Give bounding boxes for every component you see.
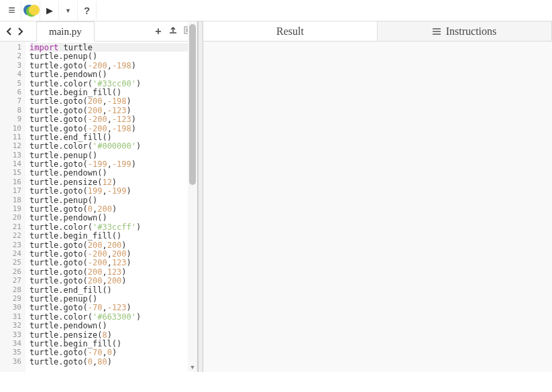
code-line[interactable]: turtle.pendown() xyxy=(30,213,197,222)
code-line[interactable]: turtle.goto(0,200) xyxy=(30,204,197,213)
tab-nav xyxy=(0,23,30,40)
chevron-down-icon: ▼ xyxy=(65,7,71,14)
code-line[interactable]: turtle.penup() xyxy=(30,196,197,204)
line-number: 31 xyxy=(3,312,21,321)
menu-icon: ≡ xyxy=(8,3,15,17)
tab-prev-button[interactable] xyxy=(4,23,15,40)
code-line[interactable]: turtle.begin_fill() xyxy=(30,231,197,240)
play-icon: ▶ xyxy=(46,5,53,15)
line-number: 9 xyxy=(3,115,21,123)
code-line[interactable]: turtle.begin_fill() xyxy=(30,339,197,348)
code-line[interactable]: turtle.goto(-200,200) xyxy=(30,249,197,258)
line-number: 23 xyxy=(3,241,21,249)
tab-result-label: Result xyxy=(276,25,304,38)
logo-icon xyxy=(23,3,38,18)
scrollbar-thumb[interactable] xyxy=(189,42,196,185)
right-pane: Result Instructions xyxy=(203,21,552,372)
tab-filename: main.py xyxy=(49,26,82,38)
code-line[interactable]: turtle.goto(-199,-199) xyxy=(30,159,197,168)
tab-instructions[interactable]: Instructions xyxy=(378,21,552,41)
code-content[interactable]: import turtleturtle.penup()turtle.goto(-… xyxy=(25,42,197,372)
file-tab-main[interactable]: main.py xyxy=(36,21,95,42)
help-icon: ? xyxy=(84,5,90,16)
line-number: 5 xyxy=(3,79,21,88)
run-dropdown-button[interactable]: ▼ xyxy=(59,1,78,20)
add-file-button[interactable]: + xyxy=(152,25,165,38)
line-number: 35 xyxy=(3,348,21,356)
svg-point-3 xyxy=(433,34,434,35)
code-line[interactable]: turtle.goto(-200,-123) xyxy=(30,115,197,123)
code-line[interactable]: turtle.color('#33cc00') xyxy=(30,79,197,88)
editor-pane: main.py + 123456789101112131415161718192… xyxy=(0,21,198,372)
line-number: 21 xyxy=(3,222,21,231)
code-line[interactable]: turtle.goto(-200,-198) xyxy=(30,124,197,133)
line-number: 29 xyxy=(3,294,21,303)
scroll-down-icon[interactable]: ▼ xyxy=(188,363,197,372)
line-number: 2 xyxy=(3,52,21,60)
code-line[interactable]: turtle.end_fill() xyxy=(30,285,197,294)
line-number: 33 xyxy=(3,330,21,339)
code-line[interactable]: turtle.goto(200,200) xyxy=(30,276,197,285)
result-content xyxy=(203,42,552,372)
upload-icon xyxy=(168,25,178,37)
line-number: 14 xyxy=(3,159,21,168)
main-area: main.py + 123456789101112131415161718192… xyxy=(0,21,552,372)
code-line[interactable]: turtle.pendown() xyxy=(30,321,197,330)
code-line[interactable]: turtle.goto(-70,0) xyxy=(30,348,197,356)
line-number: 11 xyxy=(3,133,21,141)
line-number: 30 xyxy=(3,303,21,312)
line-number: 25 xyxy=(3,258,21,267)
code-line[interactable]: turtle.pendown() xyxy=(30,168,197,177)
code-line[interactable]: turtle.goto(199,-199) xyxy=(30,186,197,195)
code-line[interactable]: turtle.goto(-70,-123) xyxy=(30,303,197,312)
line-number: 6 xyxy=(3,88,21,96)
pane-splitter[interactable] xyxy=(198,21,203,372)
run-button[interactable]: ▶ xyxy=(40,1,59,20)
line-number: 8 xyxy=(3,106,21,115)
code-line[interactable]: turtle.goto(0,80) xyxy=(30,357,197,366)
code-line[interactable]: turtle.goto(200,200) xyxy=(30,241,197,249)
code-line[interactable]: turtle.goto(200,-198) xyxy=(30,96,197,105)
code-line[interactable]: import turtle xyxy=(30,43,197,52)
code-line[interactable]: turtle.color('#33ccff') xyxy=(30,222,197,231)
tab-result[interactable]: Result xyxy=(203,21,378,41)
tab-next-button[interactable] xyxy=(15,23,25,40)
code-line[interactable]: turtle.goto(200,-123) xyxy=(30,106,197,115)
line-number: 36 xyxy=(3,357,21,366)
code-line[interactable]: turtle.penup() xyxy=(30,52,197,60)
code-line[interactable]: turtle.goto(-200,123) xyxy=(30,258,197,267)
code-line[interactable]: turtle.penup() xyxy=(30,294,197,303)
line-number: 20 xyxy=(3,213,21,222)
code-line[interactable]: turtle.pensize(12) xyxy=(30,178,197,186)
line-number: 7 xyxy=(3,96,21,105)
line-number: 26 xyxy=(3,267,21,276)
code-line[interactable]: turtle.end_fill() xyxy=(30,133,197,141)
code-line[interactable]: turtle.pendown() xyxy=(30,70,197,78)
line-number: 28 xyxy=(3,285,21,294)
result-tab-bar: Result Instructions xyxy=(203,21,552,42)
line-number: 34 xyxy=(3,339,21,348)
upload-button[interactable] xyxy=(166,25,180,38)
svg-point-1 xyxy=(433,28,434,29)
code-line[interactable]: turtle.goto(-200,-198) xyxy=(30,61,197,70)
code-editor[interactable]: 1234567891011121314151617181920212223242… xyxy=(0,42,197,372)
help-button[interactable]: ? xyxy=(78,1,97,20)
logo-button[interactable] xyxy=(21,1,40,20)
code-line[interactable]: turtle.goto(200,123) xyxy=(30,267,197,276)
menu-button[interactable]: ≡ xyxy=(3,1,21,20)
code-line[interactable]: turtle.pensize(8) xyxy=(30,330,197,339)
line-number: 22 xyxy=(3,231,21,240)
line-number: 19 xyxy=(3,204,21,213)
line-number: 32 xyxy=(3,321,21,330)
line-number: 27 xyxy=(3,276,21,285)
line-number: 4 xyxy=(3,70,21,78)
vertical-scrollbar[interactable]: ▲ ▼ xyxy=(188,42,197,372)
tab-instructions-label: Instructions xyxy=(446,25,497,38)
line-number: 3 xyxy=(3,61,21,70)
line-number: 15 xyxy=(3,168,21,177)
plus-icon: + xyxy=(155,25,161,38)
code-line[interactable]: turtle.begin_fill() xyxy=(30,88,197,96)
code-line[interactable]: turtle.color('#663300') xyxy=(30,312,197,321)
code-line[interactable]: turtle.color('#000000') xyxy=(30,141,197,150)
code-line[interactable]: turtle.penup() xyxy=(30,151,197,159)
